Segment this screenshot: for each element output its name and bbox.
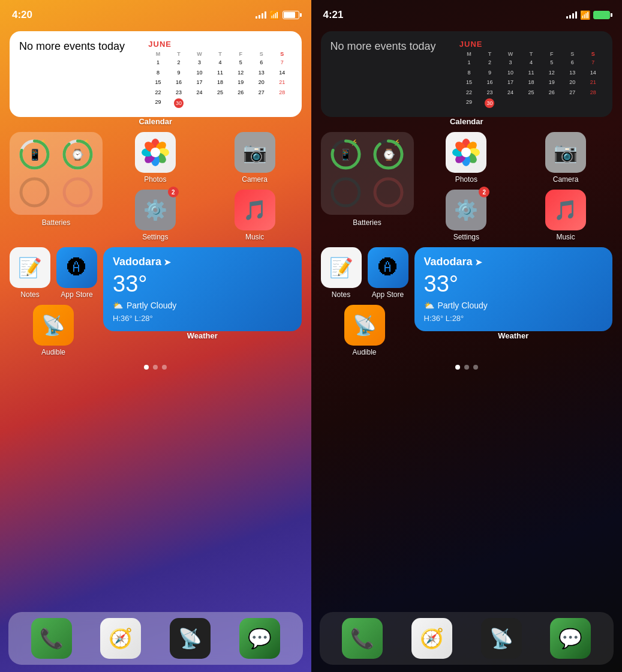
dock-phone-left[interactable]: 📞 [31, 618, 72, 659]
cal-header-sun: S [584, 51, 603, 57]
music-icon-left[interactable]: 🎵 [235, 190, 275, 230]
calendar-section-right[interactable]: No more events today JUNE M T W T F S S … [321, 31, 613, 126]
app-music-right[interactable]: 🎵 Music [519, 190, 612, 241]
app-appstore-right[interactable]: 🅐 App Store [368, 247, 408, 299]
settings-icon-left[interactable]: ⚙️ 2 [135, 190, 176, 230]
dock-phone-right[interactable]: 📞 [342, 618, 383, 659]
app-audible-right[interactable]: 📡 Audible [344, 305, 385, 356]
audible-icon-left[interactable]: 📡 [33, 305, 74, 346]
audible-emoji: 📡 [41, 314, 65, 337]
photos-icon-right[interactable] [446, 132, 486, 173]
cal-cell-empty [211, 98, 230, 109]
cal-cell-sun: 7 [272, 58, 292, 67]
cal-cell: 11 [211, 68, 230, 77]
cal-cell: 2 [169, 58, 188, 67]
weather-section-left: Vadodara ➤ 33° ⛅ Partly Cloudy H:36° L:2… [103, 247, 302, 340]
dot-1-left [144, 365, 149, 370]
dock-whatsapp-right[interactable]: 💬 [550, 618, 591, 659]
app-photos-left[interactable]: Photos [109, 132, 202, 184]
safari-emoji-left: 🧭 [109, 627, 133, 650]
batteries-widget-left[interactable]: ⚡ 📱 ⚡ [10, 132, 103, 215]
cal-cell-sun: 7 [584, 58, 603, 67]
dock-safari-left[interactable]: 🧭 [100, 618, 141, 659]
app-appstore-left[interactable]: 🅐 App Store [56, 247, 97, 299]
cal-grid-right: M T W T F S S 1 2 3 4 5 6 7 8 [459, 51, 603, 109]
radar-emoji-right: 📡 [489, 627, 513, 650]
batteries-widget-right[interactable]: ⚡ 📱 ⚡ [321, 132, 414, 215]
notes-icon-left[interactable]: 📝 [10, 247, 50, 288]
cal-right-right: JUNE M T W T F S S 1 2 3 4 5 6 [459, 40, 603, 109]
left-apps-row-left: 📝 Notes 🅐 App Store [10, 247, 97, 299]
music-icon-right[interactable]: 🎵 [545, 190, 586, 230]
battery-icon-left [283, 11, 299, 19]
audible-emoji-right: 📡 [353, 314, 377, 337]
svg-point-29 [461, 148, 471, 157]
cal-cell: 10 [190, 68, 209, 77]
status-bar-left: 4:20 📶 [0, 0, 311, 26]
dock-radar-right[interactable]: 📡 [481, 618, 522, 659]
dock-radar-left[interactable]: 📡 [170, 618, 211, 659]
cal-header: T [521, 51, 540, 57]
cal-cell: 19 [542, 78, 561, 87]
music-label-right: Music [556, 233, 575, 241]
weather-label-right: Weather [414, 331, 613, 340]
app-audible-left[interactable]: 📡 Audible [33, 305, 74, 356]
app-settings-left[interactable]: ⚙️ 2 Settings [109, 190, 202, 241]
appstore-label-right: App Store [372, 290, 404, 299]
calendar-widget-right[interactable]: No more events today JUNE M T W T F S S … [321, 31, 613, 117]
svg-point-20 [375, 179, 402, 206]
app-notes-left[interactable]: 📝 Notes [10, 247, 50, 299]
photos-icon-left[interactable] [135, 132, 176, 173]
cal-header: M [148, 51, 167, 57]
audible-label-left: Audible [41, 348, 65, 356]
watch-icon-right: ⌚ [382, 148, 395, 161]
appstore-icon-right[interactable]: 🅐 [368, 247, 408, 288]
notes-weather-row-right: 📝 Notes 🅐 App Store 📡 Aud [321, 247, 613, 356]
settings-emoji-right: ⚙️ [454, 199, 478, 221]
app-camera-right[interactable]: 📷 Camera [519, 132, 612, 184]
dock-left: 📞 🧭 📡 💬 [8, 612, 303, 665]
photos-svg-right [451, 137, 481, 167]
ring-svg-empty1-right [329, 176, 362, 209]
cal-cell: 19 [231, 78, 250, 87]
notes-icon-right[interactable]: 📝 [321, 247, 362, 288]
app-notes-right[interactable]: 📝 Notes [321, 247, 362, 299]
cal-cell: 6 [252, 58, 271, 67]
calendar-section-left[interactable]: No more events today JUNE M T W T F S S [10, 31, 302, 126]
radar-emoji-left: 📡 [178, 627, 202, 650]
settings-icon-right[interactable]: ⚙️ 2 [446, 190, 486, 230]
phone-battery-ring-right: ⚡ 📱 [327, 138, 365, 171]
appstore-icon-left[interactable]: 🅐 [56, 247, 97, 288]
phone-right: 4:21 📶 No more events today JUNE [311, 0, 623, 672]
cal-header: W [501, 51, 520, 57]
cal-cell: 14 [272, 68, 292, 77]
signal-icon-left [256, 11, 266, 19]
status-bar-right: 4:21 📶 [311, 0, 623, 26]
cal-cell-empty [542, 98, 561, 109]
cal-cell: 29 [459, 98, 479, 109]
svg-point-4 [21, 179, 48, 206]
cal-cell: 4 [521, 58, 540, 67]
dock-safari-right[interactable]: 🧭 [411, 618, 452, 659]
left-apps-row-right: 📝 Notes 🅐 App Store [321, 247, 408, 299]
camera-icon-right[interactable]: 📷 [545, 132, 586, 173]
app-camera-left[interactable]: 📷 Camera [208, 132, 302, 184]
cal-cell: 9 [169, 68, 188, 77]
weather-condition-left: ⛅ Partly Cloudy [113, 301, 292, 310]
weather-widget-right[interactable]: Vadodara ➤ 33° ⛅ Partly Cloudy H:36° L:2… [414, 247, 613, 331]
calendar-widget-left[interactable]: No more events today JUNE M T W T F S S [10, 31, 302, 117]
right-apps-grid-left: Photos 📷 Camera ⚙️ 2 Settings [109, 132, 302, 241]
audible-label-right: Audible [352, 348, 376, 356]
svg-point-19 [332, 179, 359, 206]
watch-battery-ring: ⚡ ⌚ [59, 138, 97, 171]
camera-icon-left[interactable]: 📷 [235, 132, 275, 173]
batteries-section-right: ⚡ 📱 ⚡ [321, 132, 414, 227]
audible-icon-right[interactable]: 📡 [344, 305, 385, 346]
dock-right: 📞 🧭 📡 💬 [320, 612, 614, 665]
app-settings-right[interactable]: ⚙️ 2 Settings [420, 190, 513, 241]
weather-widget-left[interactable]: Vadodara ➤ 33° ⛅ Partly Cloudy H:36° L:2… [103, 247, 302, 331]
app-music-left[interactable]: 🎵 Music [208, 190, 302, 241]
app-photos-right[interactable]: Photos [420, 132, 513, 184]
dock-whatsapp-left[interactable]: 💬 [239, 618, 280, 659]
cal-header: T [211, 51, 230, 57]
